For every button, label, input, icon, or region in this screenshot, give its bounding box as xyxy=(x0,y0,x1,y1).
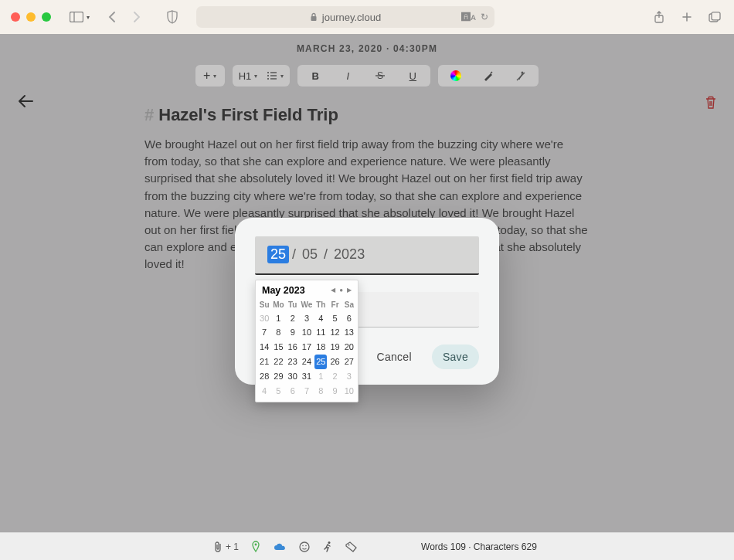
calendar-day[interactable]: 25 xyxy=(314,355,327,369)
date-year-segment[interactable]: 2023 xyxy=(331,246,368,263)
calendar-day[interactable]: 14 xyxy=(257,340,271,355)
chevron-down-icon: ▾ xyxy=(87,14,90,21)
date-input-field[interactable]: 25 / 05 / 2023 xyxy=(255,236,479,275)
back-button[interactable] xyxy=(104,8,121,25)
forward-button[interactable] xyxy=(128,8,145,25)
privacy-shield-icon[interactable] xyxy=(164,8,181,25)
date-picker-modal-backdrop: 25 / 05 / 2023 May 2023 ◀ ● ▶ SuMoTuWeTh… xyxy=(0,34,734,560)
calendar-day[interactable]: 27 xyxy=(342,355,356,369)
calendar-day[interactable]: 4 xyxy=(314,311,328,326)
minimize-window-icon[interactable] xyxy=(26,12,36,22)
window-controls xyxy=(11,12,51,22)
calendar-day[interactable]: 22 xyxy=(271,355,285,369)
cancel-button[interactable]: Cancel xyxy=(365,344,422,369)
date-picker-modal: 25 / 05 / 2023 May 2023 ◀ ● ▶ SuMoTuWeTh… xyxy=(235,218,499,385)
calendar-day[interactable]: 1 xyxy=(314,369,328,384)
share-icon[interactable] xyxy=(651,8,668,25)
calendar-day[interactable]: 3 xyxy=(300,311,314,326)
calendar-day[interactable]: 1 xyxy=(271,311,285,326)
calendar-day[interactable]: 11 xyxy=(314,325,328,340)
calendar-day[interactable]: 28 xyxy=(257,369,271,384)
calendar-day[interactable]: 6 xyxy=(286,384,300,399)
calendar-dow: Su xyxy=(257,299,271,311)
calendar-day[interactable]: 24 xyxy=(300,355,314,369)
calendar-day[interactable]: 9 xyxy=(328,384,342,399)
calendar-day[interactable]: 10 xyxy=(342,384,356,399)
reload-icon[interactable]: ↻ xyxy=(481,12,488,22)
calendar-next-icon[interactable]: ▶ xyxy=(347,287,352,294)
save-button[interactable]: Save xyxy=(432,344,479,369)
calendar-day[interactable]: 10 xyxy=(300,325,314,340)
calendar-day[interactable]: 9 xyxy=(286,325,300,340)
translate-icon[interactable]: 🅰ᴀ xyxy=(461,12,476,22)
date-month-segment[interactable]: 05 xyxy=(299,246,321,263)
calendar-day[interactable]: 13 xyxy=(342,325,356,340)
calendar-day[interactable]: 23 xyxy=(286,355,300,369)
calendar-day[interactable]: 8 xyxy=(271,325,285,340)
calendar-day[interactable]: 5 xyxy=(271,384,285,399)
tabs-overview-icon[interactable] xyxy=(706,8,723,25)
lock-icon xyxy=(310,12,318,22)
calendar-grid: SuMoTuWeThFrSa30123456789101112131415161… xyxy=(257,299,356,399)
calendar-dow: Mo xyxy=(271,299,285,311)
svg-rect-6 xyxy=(712,12,720,20)
calendar-day[interactable]: 30 xyxy=(257,311,271,326)
new-tab-icon[interactable] xyxy=(678,8,695,25)
calendar-day[interactable]: 3 xyxy=(342,369,356,384)
calendar-dow: Sa xyxy=(342,299,356,311)
maximize-window-icon[interactable] xyxy=(42,12,51,22)
calendar-dow: Th xyxy=(314,299,328,311)
calendar-day[interactable]: 8 xyxy=(314,384,328,399)
calendar-day[interactable]: 21 xyxy=(257,355,271,369)
calendar-day[interactable]: 17 xyxy=(300,340,314,355)
calendar-day[interactable]: 31 xyxy=(300,369,314,384)
calendar-dow: We xyxy=(300,299,314,311)
svg-rect-0 xyxy=(70,12,83,22)
calendar-day[interactable]: 7 xyxy=(257,325,271,340)
calendar-day[interactable]: 2 xyxy=(328,369,342,384)
calendar-day[interactable]: 29 xyxy=(271,369,285,384)
calendar-today-icon[interactable]: ● xyxy=(339,287,343,294)
calendar-day[interactable]: 6 xyxy=(342,311,356,326)
svg-rect-3 xyxy=(311,16,316,21)
sidebar-toggle-button[interactable]: ▾ xyxy=(66,10,93,24)
calendar-day[interactable]: 19 xyxy=(328,340,342,355)
calendar-day[interactable]: 20 xyxy=(342,340,356,355)
calendar-prev-icon[interactable]: ◀ xyxy=(331,287,335,294)
calendar-day[interactable]: 16 xyxy=(286,340,300,355)
calendar-day[interactable]: 18 xyxy=(314,340,328,355)
calendar-day[interactable]: 26 xyxy=(328,355,342,369)
address-bar[interactable]: journey.cloud 🅰ᴀ ↻ xyxy=(196,6,494,28)
calendar-month-title: May 2023 xyxy=(262,285,331,296)
calendar-day[interactable]: 2 xyxy=(286,311,300,326)
calendar-day[interactable]: 7 xyxy=(300,384,314,399)
calendar-dow: Tu xyxy=(286,299,300,311)
calendar-popup: May 2023 ◀ ● ▶ SuMoTuWeThFrSa30123456789… xyxy=(255,280,359,402)
date-day-segment[interactable]: 25 xyxy=(267,246,289,263)
app-content: MARCH 23, 2020 · 04:30PM +▾ H1▾ ▾ B I S … xyxy=(0,34,734,560)
url-host: journey.cloud xyxy=(322,12,381,23)
close-window-icon[interactable] xyxy=(11,12,20,22)
calendar-dow: Fr xyxy=(328,299,342,311)
calendar-day[interactable]: 4 xyxy=(257,384,271,399)
browser-toolbar: ▾ journey.cloud 🅰ᴀ ↻ xyxy=(0,0,734,34)
calendar-day[interactable]: 30 xyxy=(286,369,300,384)
calendar-day[interactable]: 12 xyxy=(328,325,342,340)
calendar-day[interactable]: 5 xyxy=(328,311,342,326)
calendar-day[interactable]: 15 xyxy=(271,340,285,355)
